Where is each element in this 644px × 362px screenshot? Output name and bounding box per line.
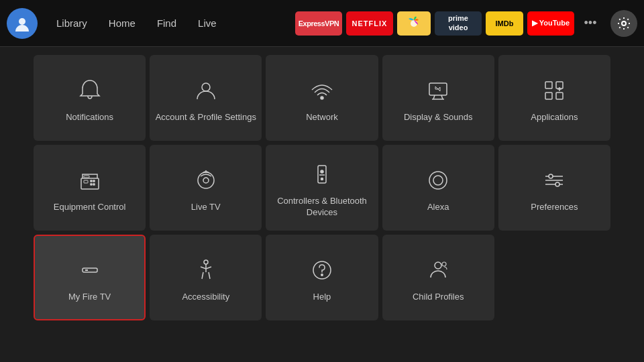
app-prime-video[interactable]: primevideo	[435, 11, 482, 36]
applications-label: Applications	[531, 112, 578, 123]
svg-point-31	[549, 174, 553, 178]
svg-rect-14	[91, 180, 92, 182]
controllers-bluetooth-icon	[307, 160, 337, 189]
child-profiles-icon	[423, 255, 453, 285]
nav-links: Library Home Find Live	[46, 12, 227, 34]
child-profiles-label: Child Profiles	[413, 292, 464, 303]
svg-point-40	[442, 262, 446, 266]
accessibility-label: Accessibility	[182, 292, 229, 303]
svg-rect-12	[81, 178, 99, 189]
empty-cell	[498, 235, 610, 320]
nav-find[interactable]: Find	[146, 12, 187, 34]
settings-button[interactable]	[610, 10, 637, 37]
more-apps-button[interactable]: •••	[578, 11, 602, 36]
live-tv-label: Live TV	[191, 202, 221, 213]
account-profile-label: Account & Profile Settings	[156, 112, 256, 123]
svg-point-26	[429, 172, 447, 189]
help-icon	[307, 255, 337, 285]
svg-point-0	[19, 18, 25, 25]
svg-point-4	[321, 97, 323, 99]
app-expressvpn[interactable]: ExpressVPN	[295, 11, 342, 36]
notifications-label: Notifications	[66, 112, 113, 123]
app-imdb[interactable]: IMDb	[486, 11, 523, 36]
network-label: Network	[306, 112, 338, 123]
applications-icon	[539, 76, 569, 105]
svg-rect-8	[545, 93, 552, 99]
svg-point-23	[321, 170, 323, 173]
svg-rect-18	[84, 176, 89, 178]
svg-rect-13	[84, 180, 88, 183]
accessibility-icon	[191, 255, 221, 285]
nav-home[interactable]: Home	[98, 12, 146, 34]
help-label: Help	[313, 292, 331, 303]
svg-point-27	[433, 176, 443, 185]
svg-point-32	[555, 182, 559, 186]
settings-row-1: Notifications Account & Profile Settings	[34, 55, 610, 141]
svg-point-38	[321, 274, 323, 275]
my-fire-tv-icon	[75, 255, 105, 285]
tile-child-profiles[interactable]: Child Profiles	[382, 235, 494, 320]
svg-rect-33	[83, 268, 97, 272]
nav-live[interactable]: Live	[187, 12, 227, 34]
display-sounds-icon	[423, 76, 453, 105]
svg-rect-17	[93, 184, 95, 185]
settings-row-2: Equipment Control Live TV	[34, 145, 610, 231]
equipment-control-label: Equipment Control	[54, 202, 126, 213]
tile-notifications[interactable]: Notifications	[34, 55, 146, 141]
controllers-bluetooth-label: Controllers & Bluetooth Devices	[271, 196, 372, 219]
notifications-icon	[75, 76, 105, 105]
svg-point-39	[435, 262, 441, 269]
app-netflix[interactable]: NETFLIX	[346, 11, 393, 36]
svg-point-35	[204, 260, 208, 264]
account-profile-icon	[191, 76, 221, 105]
tile-applications[interactable]: Applications	[498, 55, 610, 141]
alexa-label: Alexa	[427, 202, 449, 213]
live-tv-icon	[191, 166, 221, 195]
svg-point-2	[622, 21, 626, 25]
svg-point-25	[321, 178, 323, 180]
tile-display-sounds[interactable]: Display & Sounds	[382, 55, 494, 141]
app-youtube[interactable]: ▶ YouTube	[527, 11, 574, 36]
svg-rect-16	[91, 184, 92, 185]
tile-live-tv[interactable]: Live TV	[150, 145, 262, 231]
svg-point-21	[203, 178, 209, 183]
nav-apps: ExpressVPN NETFLIX primevideo IMDb ▶ You…	[295, 10, 637, 37]
tile-account-profile[interactable]: Account & Profile Settings	[150, 55, 262, 141]
tile-accessibility[interactable]: Accessibility	[150, 235, 262, 320]
svg-rect-9	[556, 93, 563, 99]
my-fire-tv-label: My Fire TV	[68, 292, 111, 303]
top-nav: Library Home Find Live ExpressVPN NETFLI…	[0, 0, 644, 47]
preferences-icon	[539, 166, 569, 195]
settings-main: Notifications Account & Profile Settings	[0, 47, 644, 362]
svg-point-1	[411, 20, 417, 27]
equipment-control-icon	[75, 166, 105, 195]
tile-my-fire-tv[interactable]: My Fire TV	[34, 235, 146, 320]
settings-row-3: My Fire TV Accessibility	[34, 235, 610, 320]
tile-help[interactable]: Help	[266, 235, 378, 320]
tile-controllers-bluetooth[interactable]: Controllers & Bluetooth Devices	[266, 145, 378, 231]
svg-rect-15	[93, 180, 95, 182]
svg-point-3	[202, 83, 210, 91]
user-avatar[interactable]	[7, 8, 38, 39]
tile-preferences[interactable]: Preferences	[498, 145, 610, 231]
preferences-label: Preferences	[531, 202, 578, 213]
svg-rect-6	[545, 82, 552, 88]
tile-alexa[interactable]: Alexa	[382, 145, 494, 231]
display-sounds-label: Display & Sounds	[404, 112, 473, 123]
network-icon	[307, 76, 337, 105]
app-peacock[interactable]	[397, 11, 431, 36]
alexa-icon	[423, 166, 453, 195]
nav-library[interactable]: Library	[46, 12, 98, 34]
tile-network[interactable]: Network	[266, 55, 378, 141]
tile-equipment-control[interactable]: Equipment Control	[34, 145, 146, 231]
